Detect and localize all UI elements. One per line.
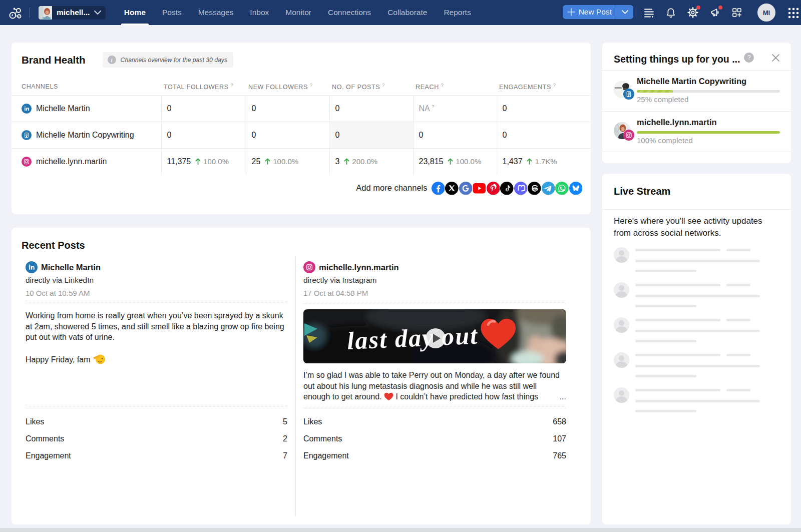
- svg-text:last day out: last day out: [346, 321, 479, 355]
